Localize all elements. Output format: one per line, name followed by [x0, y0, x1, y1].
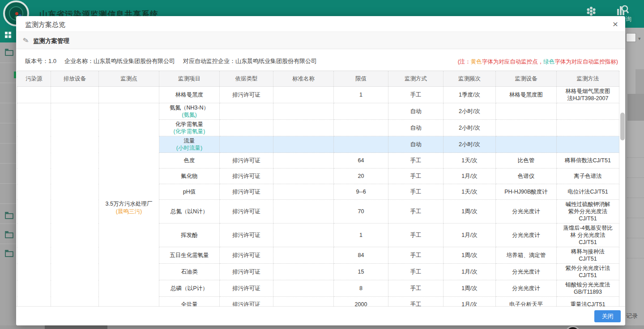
table-cell: 手工 — [388, 153, 444, 169]
section-title: 监测方案管理 — [33, 37, 69, 45]
table-cell: 手工 — [388, 247, 444, 264]
table-header-cell: 标准名称 — [273, 71, 334, 87]
note-segment: (注： — [458, 59, 471, 65]
version-label: 版本号： — [25, 58, 48, 64]
table-cell — [220, 120, 273, 136]
table-cell — [273, 136, 334, 153]
table-cell: 9--6 — [334, 184, 388, 200]
auto-company-value: 山东晨鸣纸业集团股份有限公司 — [235, 58, 317, 64]
folder-icon — [5, 251, 13, 257]
table-row[interactable]: 3.5万方污水处理厂(晨鸣三污)氨氮（NH3-N）(氨氮)自动2小时/次 — [17, 103, 619, 120]
table-cell: 稀释与接种法 CJ/T51 — [557, 247, 619, 264]
table-header-cell: 监测方式 — [388, 71, 444, 87]
monitor-point-name: 3.5万方污水处理厂 — [101, 200, 157, 208]
table-cell — [273, 103, 334, 120]
sidebar-menu-strip — [0, 28, 16, 42]
table-cell: 色谱仪 — [496, 169, 557, 184]
table-cell: 分光光度计 — [496, 280, 557, 297]
table-cell — [273, 153, 334, 169]
project-name: 色度 — [161, 157, 218, 164]
table-cell — [557, 120, 619, 136]
table-cell: 1周/次 — [444, 200, 496, 224]
project-name: 氨氮（NH3-N） — [161, 104, 218, 111]
table-row[interactable]: 林格曼黑度排污许可证1手工1季度/次林格曼黑度图林格曼烟气黑度图 法HJ/T39… — [17, 87, 619, 103]
project-cell: 林格曼黑度 — [159, 87, 220, 103]
table-cell — [273, 247, 334, 264]
project-name: 挥发酚 — [161, 232, 218, 239]
query-label: 询 — [626, 15, 631, 23]
table-cell: 排污许可证 — [220, 184, 273, 200]
table-cell: 钼酸铵分光光度法 GB/T11893 — [557, 280, 619, 297]
table-cell: 1月/次 — [444, 169, 496, 184]
folder-icon — [5, 50, 13, 56]
table-cell: 排污许可证 — [220, 280, 273, 297]
discharge-device-cell — [51, 103, 99, 312]
plan-info-row: 版本号：1.0企业名称：山东晨鸣纸业集团股份有限公司对应自动监控企业：山东晨鸣纸… — [16, 49, 625, 71]
table-cell — [496, 103, 557, 120]
note-segment: 绿色 — [543, 59, 554, 65]
auto-company-label: 对应自动监控企业： — [183, 58, 235, 64]
table-cell: 1月/次 — [444, 264, 496, 280]
table-cell: 自动 — [388, 120, 444, 136]
close-icon[interactable]: × — [613, 19, 618, 30]
table-cell — [220, 136, 273, 153]
table-cell: 排污许可证 — [220, 169, 273, 184]
table-cell: 2小时/次 — [444, 120, 496, 136]
project-cell: 总磷（以P计） — [159, 280, 220, 297]
table-cell — [17, 87, 51, 103]
table-header-cell: 监测点 — [99, 71, 159, 87]
table-cell: 70 — [334, 200, 388, 224]
table-cell: 1天/次 — [444, 184, 496, 200]
color-legend-note: (注：黄色字体为对应自动监控点，绿色字体为对应自动监控指标) — [458, 58, 618, 66]
project-name: 总氮（以N计） — [161, 208, 218, 215]
table-cell: 1月/次 — [444, 224, 496, 247]
table-cell: 排污许可证 — [220, 153, 273, 169]
table-cell: 2小时/次 — [444, 103, 496, 120]
project-auto-indicator: (氨氮) — [161, 111, 218, 118]
table-cell — [220, 103, 273, 120]
table-cell — [99, 87, 159, 103]
background-record-label: 记录 — [626, 312, 638, 320]
scrollbar-thumb[interactable] — [620, 113, 625, 140]
table-cell: 手工 — [388, 87, 444, 103]
table-cell — [557, 136, 619, 153]
table-header-cell: 限值 — [334, 71, 388, 87]
project-cell: 总氮（以N计） — [159, 200, 220, 224]
project-name: pH值 — [161, 188, 218, 195]
project-name: 氟化物 — [161, 173, 218, 180]
table-cell: 排污许可证 — [220, 224, 273, 247]
table-header-cell: 监测设备 — [496, 71, 557, 87]
project-cell: 色度 — [159, 153, 220, 169]
table-cell: 分光光度计 — [496, 200, 557, 224]
project-auto-indicator: (化学需氧量) — [161, 128, 218, 135]
table-cell — [334, 136, 388, 153]
table-cell — [273, 224, 334, 247]
project-cell: 氨氮（NH3-N）(氨氮) — [159, 103, 220, 120]
table-cell — [273, 200, 334, 224]
company-label: 企业名称： — [64, 58, 94, 64]
background-bottom-band — [0, 325, 644, 329]
project-cell: 化学需氧量(化学需氧量) — [159, 120, 220, 136]
table-cell: 培养箱、滴定管 — [496, 247, 557, 264]
table-cell — [273, 184, 334, 200]
pen-icon: ✎ — [22, 36, 30, 45]
table-cell: 排污许可证 — [220, 264, 273, 280]
table-cell: 1季度/次 — [444, 87, 496, 103]
table-cell: 手工 — [388, 224, 444, 247]
table-cell: 紫外分光光度计法 CJ/T51 — [557, 264, 619, 280]
screen: 山东省污染源监测信息共享系统 — [0, 0, 644, 329]
project-name: 流量 — [161, 137, 218, 144]
project-cell: 五日生化需氧量 — [159, 247, 220, 264]
table-cell: 排污许可证 — [220, 247, 273, 264]
table-cell — [334, 120, 388, 136]
close-button[interactable]: 关闭 — [594, 310, 621, 322]
table-cell: 2小时/次 — [444, 136, 496, 153]
table-cell: 排污许可证 — [220, 87, 273, 103]
table-cell: 8 — [334, 280, 388, 297]
project-cell: 氟化物 — [159, 169, 220, 184]
folder-icon — [5, 213, 13, 219]
table-cell — [51, 87, 99, 103]
table-scrollbar[interactable] — [620, 72, 625, 304]
table-header-cell: 监测频次 — [444, 71, 496, 87]
plan-info: 版本号：1.0企业名称：山东晨鸣纸业集团股份有限公司对应自动监控企业：山东晨鸣纸… — [25, 57, 317, 65]
